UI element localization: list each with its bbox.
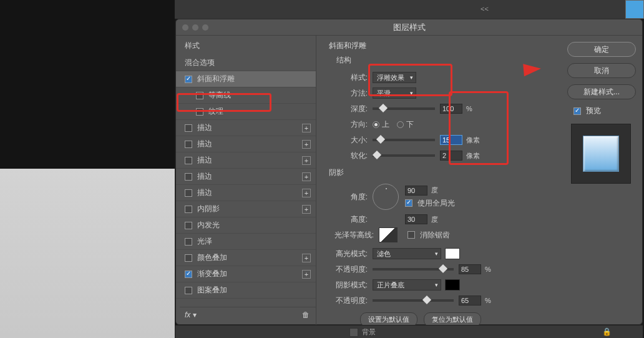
lock-icon[interactable]: 🔒 (602, 327, 612, 336)
unit: % (485, 266, 491, 273)
trash-icon[interactable]: 🗑 (302, 311, 310, 319)
checkbox-icon[interactable] (185, 173, 192, 181)
shadow-color-swatch[interactable] (445, 279, 460, 291)
checkbox-icon[interactable] (185, 206, 192, 213)
add-icon[interactable]: + (302, 124, 311, 132)
style-color-overlay[interactable]: 颜色叠加+ (176, 250, 316, 266)
gloss-contour-picker[interactable] (379, 227, 398, 242)
add-icon[interactable]: + (302, 156, 311, 165)
highlight-opacity-label: 不透明度: (329, 264, 368, 275)
checkbox-icon[interactable] (185, 76, 192, 83)
depth-input[interactable] (440, 104, 462, 114)
altitude-unit: 度 (431, 215, 438, 224)
collapse-chevrons[interactable]: << (481, 5, 489, 12)
highlight-opacity-input[interactable] (459, 264, 481, 274)
global-light-checkbox[interactable] (405, 199, 412, 207)
checkbox-icon[interactable] (185, 271, 192, 278)
shadow-mode-label: 阴影模式: (329, 280, 368, 291)
size-slider[interactable] (373, 139, 435, 141)
soften-input[interactable] (440, 151, 462, 161)
technique-select[interactable]: 平滑 (373, 87, 416, 99)
altitude-input[interactable] (405, 214, 427, 224)
shadow-mode-select[interactable]: 正片叠底 (373, 279, 441, 291)
add-icon[interactable]: + (302, 254, 311, 262)
blending-options[interactable]: 混合选项 (176, 55, 316, 71)
checkbox-icon[interactable] (185, 141, 192, 148)
checkbox-icon[interactable] (185, 254, 192, 262)
top-color-swatch[interactable] (625, 0, 644, 19)
add-icon[interactable]: + (302, 270, 311, 279)
bg-layer-row[interactable]: 背景 (349, 327, 376, 337)
technique-label: 方法: (329, 88, 368, 99)
style-stroke[interactable]: 描边+ (176, 152, 316, 169)
layer-thumb-icon (349, 328, 358, 337)
depth-slider[interactable] (373, 107, 435, 110)
angle-input[interactable] (405, 186, 427, 196)
highlight-color-swatch[interactable] (445, 248, 460, 259)
style-stroke[interactable]: 描边+ (176, 120, 316, 136)
annotation-arrow (523, 62, 542, 76)
soften-slider[interactable] (373, 154, 435, 157)
settings-column: 斜面和浮雕 结构 样式: 浮雕效果 方法: 平滑 深度: % 方向: 上 下 大… (316, 36, 561, 326)
checkbox-icon[interactable] (185, 124, 192, 132)
add-icon[interactable]: + (302, 140, 311, 149)
antialias-checkbox[interactable] (407, 231, 415, 239)
style-pattern-overlay[interactable]: 图案叠加 (176, 282, 316, 299)
add-icon[interactable]: + (302, 205, 311, 214)
right-column: 确定 取消 新建样式... 预览 (561, 36, 642, 326)
checkbox-icon[interactable] (185, 189, 192, 197)
direction-label: 方向: (329, 119, 368, 130)
styles-header[interactable]: 样式 (176, 36, 316, 55)
style-contour[interactable]: 等高线 (176, 87, 316, 104)
bottom-panel (175, 325, 643, 338)
add-icon[interactable]: + (302, 189, 311, 197)
checkbox-icon[interactable] (185, 287, 192, 294)
altitude-label: 高度: (329, 214, 368, 225)
shading-title: 阴影 (329, 167, 551, 178)
shadow-opacity-input[interactable] (459, 296, 481, 306)
angle-dial[interactable] (373, 184, 399, 210)
shadow-opacity-slider[interactable] (373, 299, 454, 302)
style-label: 样式: (329, 72, 368, 83)
style-bevel-emboss[interactable]: 斜面和浮雕 (176, 71, 316, 87)
shadow-opacity-label: 不透明度: (329, 296, 368, 306)
style-inner-shadow[interactable]: 内阴影+ (176, 201, 316, 217)
style-stroke[interactable]: 描边+ (176, 136, 316, 152)
checkbox-icon[interactable] (196, 92, 203, 99)
style-gradient-overlay[interactable]: 渐变叠加+ (176, 266, 316, 282)
new-style-button[interactable]: 新建样式... (567, 84, 636, 99)
checkbox-icon[interactable] (185, 222, 192, 229)
angle-label: 角度: (329, 192, 368, 202)
style-inner-glow[interactable]: 内发光 (176, 217, 316, 234)
ok-button[interactable]: 确定 (567, 42, 636, 57)
global-light-label: 使用全局光 (417, 198, 455, 209)
size-label: 大小: (329, 135, 368, 146)
style-texture[interactable]: 纹理 (176, 104, 316, 120)
size-unit: 像素 (466, 136, 480, 145)
dialog-titlebar[interactable]: 图层样式 (176, 19, 642, 36)
style-select[interactable]: 浮雕效果 (373, 72, 416, 83)
window-controls[interactable] (176, 24, 208, 31)
preview-checkbox[interactable] (573, 107, 581, 115)
highlight-opacity-slider[interactable] (373, 268, 454, 271)
chevron-down-icon[interactable]: ▾ (193, 311, 197, 319)
top-panel: << (175, 0, 644, 19)
size-input[interactable] (440, 135, 462, 145)
style-satin[interactable]: 光泽 (176, 234, 316, 250)
direction-up-radio[interactable] (373, 121, 379, 128)
angle-unit: 度 (431, 186, 438, 195)
style-stroke[interactable]: 描边+ (176, 169, 316, 185)
cancel-button[interactable]: 取消 (567, 63, 636, 78)
checkbox-icon[interactable] (185, 157, 192, 164)
highlight-mode-select[interactable]: 滤色 (373, 248, 441, 259)
checkbox-icon[interactable] (196, 108, 203, 116)
add-icon[interactable]: + (302, 172, 311, 181)
unit: % (485, 297, 491, 304)
checkbox-icon[interactable] (185, 238, 192, 246)
depth-unit: % (466, 105, 472, 112)
dir-up-label: 上 (382, 119, 389, 130)
fx-label[interactable]: fx (185, 311, 190, 319)
panel-title: 斜面和浮雕 (329, 41, 551, 51)
style-stroke[interactable]: 描边+ (176, 185, 316, 201)
direction-down-radio[interactable] (397, 121, 404, 128)
